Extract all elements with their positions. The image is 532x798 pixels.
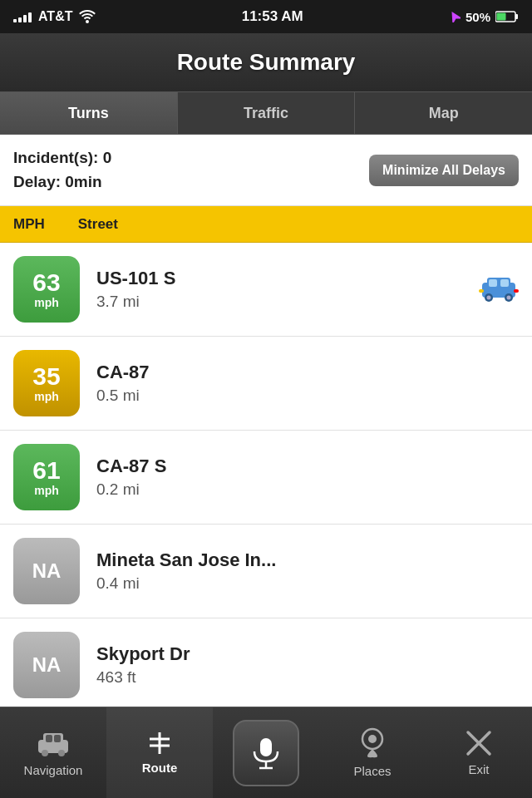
speed-badge-1: 35 mph xyxy=(13,350,80,416)
speed-badge-0: 63 mph xyxy=(13,256,80,323)
route-info-3: Mineta San Jose In... 0.4 mi xyxy=(96,549,519,593)
route-dist-1: 0.5 mi xyxy=(96,387,519,405)
route-dist-0: 3.7 mi xyxy=(96,293,469,311)
bottom-tab-places[interactable]: Places xyxy=(319,707,426,798)
info-bar: Incident(s): 0 Delay: 0min Minimize All … xyxy=(0,135,532,206)
battery-label: 50% xyxy=(466,10,490,24)
tab-map[interactable]: Map xyxy=(355,92,532,134)
svg-point-19 xyxy=(58,750,65,756)
minimize-all-delays-button[interactable]: Minimize All Delays xyxy=(369,155,519,186)
exit-icon xyxy=(465,729,493,757)
location-icon xyxy=(449,11,461,22)
route-name-3: Mineta San Jose In... xyxy=(96,549,519,571)
header: Route Summary xyxy=(0,33,532,91)
delay-label: Delay: 0min xyxy=(13,170,111,195)
svg-rect-23 xyxy=(260,738,272,756)
svg-rect-13 xyxy=(514,289,519,293)
route-info-0: US-101 S 3.7 mi xyxy=(96,268,469,311)
speed-num-1: 35 xyxy=(32,364,60,389)
bottom-tab-exit[interactable]: Exit xyxy=(426,707,532,798)
svg-rect-7 xyxy=(500,279,509,287)
speed-badge-4: NA xyxy=(13,632,80,698)
column-headers: MPH Street xyxy=(0,206,532,243)
bottom-tab-exit-label: Exit xyxy=(468,762,489,776)
route-row[interactable]: NA Mineta San Jose In... 0.4 mi xyxy=(0,525,532,618)
tab-traffic-label: Traffic xyxy=(244,105,288,122)
tabs: Turns Traffic Map xyxy=(0,91,532,135)
signal-bars xyxy=(13,11,32,22)
bottom-tab-navigation[interactable]: Navigation xyxy=(0,707,106,798)
svg-rect-6 xyxy=(489,279,497,287)
route-name-1: CA-87 xyxy=(96,362,519,383)
navigation-icon xyxy=(37,728,70,758)
svg-rect-2 xyxy=(515,14,518,19)
status-right: 50% xyxy=(449,10,519,24)
tab-turns-label: Turns xyxy=(68,105,109,122)
page-title: Route Summary xyxy=(177,49,356,76)
route-dist-3: 0.4 mi xyxy=(96,574,519,593)
car-svg xyxy=(479,273,519,303)
svg-point-27 xyxy=(368,735,377,743)
time-display: 11:53 AM xyxy=(242,8,303,25)
mic-icon xyxy=(251,736,281,770)
route-name-2: CA-87 S xyxy=(96,456,519,477)
speed-num-2: 61 xyxy=(32,458,60,483)
route-name-0: US-101 S xyxy=(96,268,469,289)
route-row[interactable]: 63 mph US-101 S 3.7 mi xyxy=(0,243,532,337)
incidents-label: Incident(s): 0 xyxy=(13,146,111,170)
carrier-label: AT&T xyxy=(38,9,72,24)
route-icon xyxy=(145,731,175,756)
car-icon-0 xyxy=(479,273,519,306)
svg-rect-16 xyxy=(46,735,52,742)
route-info-2: CA-87 S 0.2 mi xyxy=(96,456,519,499)
bottom-tab-bar: Navigation Route Places xyxy=(0,707,532,798)
route-row[interactable]: 35 mph CA-87 0.5 mi xyxy=(0,337,532,431)
tab-map-label: Map xyxy=(429,105,459,122)
wifi-icon xyxy=(79,10,96,23)
bottom-tab-places-label: Places xyxy=(353,764,391,778)
speed-num-3: NA xyxy=(32,561,62,581)
bottom-tab-route-label: Route xyxy=(142,761,178,775)
bottom-tab-route[interactable]: Route xyxy=(106,707,213,798)
svg-point-11 xyxy=(507,296,511,300)
status-left: AT&T xyxy=(13,9,96,24)
route-row[interactable]: NA Skyport Dr 463 ft xyxy=(0,618,532,712)
battery-icon xyxy=(495,10,519,23)
route-name-4: Skyport Dr xyxy=(96,643,519,665)
route-info-1: CA-87 0.5 mi xyxy=(96,362,519,405)
svg-marker-0 xyxy=(449,11,461,22)
route-dist-4: 463 ft xyxy=(96,668,519,687)
speed-unit-1: mph xyxy=(34,391,59,402)
speed-badge-2: 61 mph xyxy=(13,444,80,510)
svg-rect-17 xyxy=(54,735,61,742)
status-bar: AT&T 11:53 AM 50% xyxy=(0,0,532,33)
route-dist-2: 0.2 mi xyxy=(96,480,519,499)
route-list: 63 mph US-101 S 3.7 mi 35 xyxy=(0,243,532,712)
tab-turns[interactable]: Turns xyxy=(0,92,178,134)
speed-num-4: NA xyxy=(32,655,62,675)
route-row[interactable]: 61 mph CA-87 S 0.2 mi xyxy=(0,431,532,525)
svg-rect-12 xyxy=(479,289,484,293)
bottom-tab-mic[interactable] xyxy=(213,707,319,798)
speed-badge-3: NA xyxy=(13,538,80,604)
incident-delay-info: Incident(s): 0 Delay: 0min xyxy=(13,146,111,194)
tab-traffic[interactable]: Traffic xyxy=(178,92,356,134)
col-mph: MPH xyxy=(13,216,45,233)
bottom-tab-navigation-label: Navigation xyxy=(24,763,83,777)
svg-point-18 xyxy=(42,750,48,756)
speed-num-0: 63 xyxy=(32,270,60,295)
svg-point-10 xyxy=(487,296,491,300)
speed-unit-0: mph xyxy=(34,297,59,308)
speed-unit-2: mph xyxy=(34,485,59,496)
route-info-4: Skyport Dr 463 ft xyxy=(96,643,519,687)
svg-rect-3 xyxy=(496,13,505,21)
places-icon xyxy=(358,727,387,759)
col-street: Street xyxy=(78,216,118,233)
mic-button[interactable] xyxy=(233,720,299,786)
